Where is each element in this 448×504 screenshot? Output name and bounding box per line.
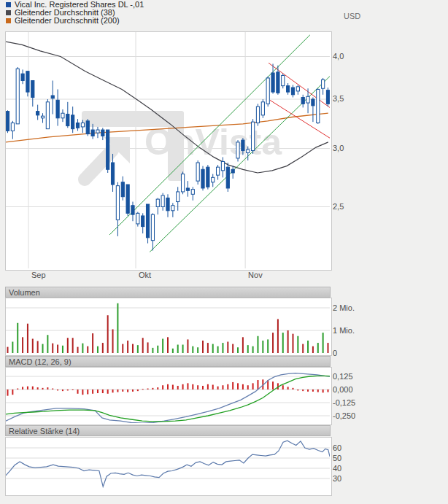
rsi-axis-label: 30 [333,474,341,483]
price-axis-label: 3,0 [333,144,344,152]
volume-bar [272,333,274,353]
candle [126,185,129,213]
volume-bar [282,333,284,353]
volume-bar [237,347,239,353]
candle [256,106,259,123]
price-axis-label: 2,5 [333,202,344,211]
volume-bar [192,346,193,353]
volume-bar [97,346,99,353]
macd-histogram-bar [323,389,324,392]
candle [161,195,164,207]
volume-bar [72,338,74,353]
macd-histogram-bar [102,389,104,393]
volume-bar [122,344,123,353]
volume-chart-canvas [6,298,330,354]
volume-bar [152,348,153,353]
macd-axis-label: -0,125 [333,398,355,407]
macd-histogram-bar [17,389,18,389]
candle [291,88,294,95]
signal-line [6,376,330,422]
macd-histogram-bar [52,389,53,389]
candle [146,204,149,238]
legend-ma200-label: Gleitender Durchschnitt (200) [15,17,120,25]
volume-bar [312,346,314,353]
candle [317,89,320,123]
volume-axis-label: 2 Mio. [333,303,355,312]
macd-histogram-bar [192,384,193,389]
macd-histogram-bar [127,389,128,392]
candle [21,74,24,80]
macd-histogram-bar [22,387,23,389]
macd-histogram-bar [202,386,204,389]
candle [181,174,184,192]
macd-histogram-bar [182,384,184,389]
candle [96,130,99,133]
ma200-swatch-icon [6,18,11,23]
macd-histogram-bar [67,389,69,390]
candle [156,199,159,206]
macd-histogram-bar [132,389,134,392]
volume-bar [207,343,209,353]
volume-axis-label: 0 [333,349,337,357]
macd-histogram-bar [42,388,44,389]
candle [66,115,69,126]
volume-bar [317,343,319,353]
candle [221,161,224,170]
candle [51,96,54,98]
macd-histogram-bar [122,389,123,392]
macd-histogram-bar [167,384,169,389]
volume-bar [267,339,269,353]
macd-axis-label: 0,000 [333,385,353,394]
month-label: Sep [31,271,46,279]
macd-histogram-bar [137,389,139,391]
macd-histogram-bar [217,387,219,389]
volume-panel-header: Volumen [5,287,331,298]
candle [131,206,134,214]
volume-bar [32,338,34,353]
volume-bar [52,344,53,353]
candle [61,113,64,118]
price-series-swatch-icon [6,2,11,7]
volume-bar [147,342,149,353]
candle [107,130,109,169]
macd-histogram-bar [97,389,99,393]
macd-histogram-bar [82,389,83,395]
candle [31,80,34,97]
rsi-axis-label: 60 [333,443,341,452]
volume-bar [37,341,39,353]
rsi-chart-canvas [6,438,330,494]
volume-bar [82,344,83,353]
volume-bar [182,345,184,353]
candle [166,198,169,210]
candle [247,150,250,152]
candle [142,216,144,227]
candle [36,112,39,115]
macd-histogram-bar [37,387,39,389]
macd-histogram-bar [252,383,254,389]
candle [326,90,329,104]
volume-bar [107,315,109,353]
volume-bar [197,347,198,353]
candle [76,123,79,128]
candle [196,163,199,181]
candle [271,73,274,92]
candle [322,80,325,88]
volume-bar [212,344,214,353]
volume-bar [137,345,139,353]
macd-histogram-bar [242,384,244,389]
macd-histogram-bar [287,387,289,389]
volume-bar [42,344,44,353]
macd-histogram-bar [177,386,179,389]
price-axis-label: 4,0 [333,52,344,61]
macd-histogram-bar [12,389,13,395]
volume-bar [257,336,258,353]
candle [242,140,244,150]
volume-axis-label: 1 Mio. [333,326,355,335]
macd-axis-label: -0,250 [333,411,355,420]
volume-bar [287,330,289,353]
macd-histogram-bar [152,388,153,389]
volume-bar [87,346,88,353]
macd-histogram-bar [77,389,79,394]
stock-chart-page: Vical Inc. Registered Shares DL -,01 Gle… [0,0,448,504]
volume-bar [7,347,9,353]
